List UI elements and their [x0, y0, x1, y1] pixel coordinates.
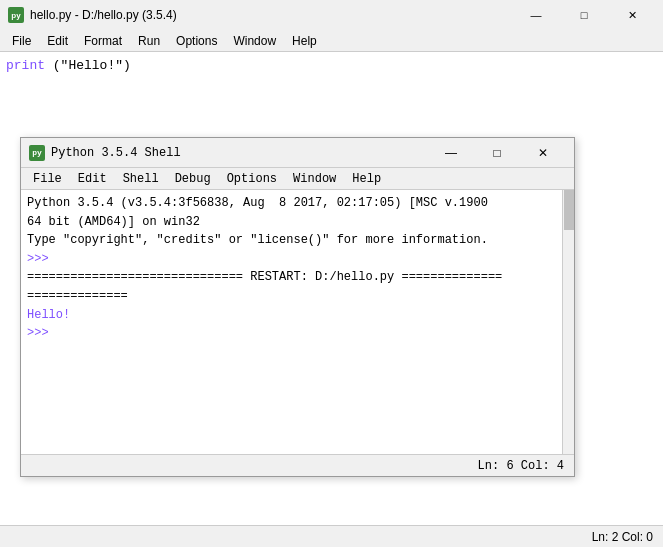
shell-line-8: >>>: [27, 324, 568, 343]
outer-maximize-button[interactable]: □: [561, 5, 607, 25]
shell-menu-window[interactable]: Window: [285, 170, 344, 188]
shell-menu-options[interactable]: Options: [219, 170, 285, 188]
shell-prompt-2: >>>: [27, 326, 56, 340]
outer-title-bar: py hello.py - D:/hello.py (3.5.4) — □ ✕: [0, 0, 663, 30]
outer-menu-file[interactable]: File: [4, 32, 39, 50]
outer-menu-window[interactable]: Window: [225, 32, 284, 50]
shell-line-7: Hello!: [27, 306, 568, 325]
outer-status-text: Ln: 2 Col: 0: [592, 530, 653, 544]
shell-window-icon: py: [29, 145, 45, 161]
outer-menu-help[interactable]: Help: [284, 32, 325, 50]
shell-line-4: >>>: [27, 250, 568, 269]
shell-scrollbar[interactable]: [562, 190, 574, 454]
shell-menu-edit[interactable]: Edit: [70, 170, 115, 188]
outer-close-button[interactable]: ✕: [609, 5, 655, 25]
outer-window-icon: py: [8, 7, 24, 23]
shell-minimize-button[interactable]: —: [428, 142, 474, 164]
shell-menu-bar: File Edit Shell Debug Options Window Hel…: [21, 168, 574, 190]
outer-menu-run[interactable]: Run: [130, 32, 168, 50]
shell-menu-debug[interactable]: Debug: [167, 170, 219, 188]
shell-menu-shell[interactable]: Shell: [115, 170, 167, 188]
shell-menu-help[interactable]: Help: [344, 170, 389, 188]
shell-line-5: ============================== RESTART: …: [27, 268, 568, 287]
keyword-print: print: [6, 58, 45, 73]
shell-line-3: Type "copyright", "credits" or "license(…: [27, 231, 568, 250]
editor-line-1: print ("Hello!"): [6, 56, 657, 76]
shell-scroll-thumb[interactable]: [564, 190, 574, 230]
shell-hello-output: Hello!: [27, 308, 70, 322]
shell-window-controls: — □ ✕: [428, 142, 566, 164]
shell-prompt-1: >>>: [27, 252, 56, 266]
shell-status-bar: Ln: 6 Col: 4: [21, 454, 574, 476]
outer-window-title: hello.py - D:/hello.py (3.5.4): [30, 8, 513, 22]
outer-menu-options[interactable]: Options: [168, 32, 225, 50]
shell-line-6: ==============: [27, 287, 568, 306]
shell-line-2: 64 bit (AMD64)] on win32: [27, 213, 568, 232]
shell-close-button[interactable]: ✕: [520, 142, 566, 164]
shell-maximize-button[interactable]: □: [474, 142, 520, 164]
outer-minimize-button[interactable]: —: [513, 5, 559, 25]
shell-window: py Python 3.5.4 Shell — □ ✕ File Edit Sh…: [20, 137, 575, 477]
shell-status-text: Ln: 6 Col: 4: [478, 459, 564, 473]
shell-menu-file[interactable]: File: [25, 170, 70, 188]
outer-menu-format[interactable]: Format: [76, 32, 130, 50]
outer-window: py hello.py - D:/hello.py (3.5.4) — □ ✕ …: [0, 0, 663, 547]
outer-menu-edit[interactable]: Edit: [39, 32, 76, 50]
shell-window-title: Python 3.5.4 Shell: [51, 146, 428, 160]
outer-status-bar: Ln: 2 Col: 0: [0, 525, 663, 547]
outer-window-controls: — □ ✕: [513, 5, 655, 25]
shell-title-bar: py Python 3.5.4 Shell — □ ✕: [21, 138, 574, 168]
shell-content[interactable]: Python 3.5.4 (v3.5.4:3f56838, Aug 8 2017…: [21, 190, 574, 454]
shell-line-1: Python 3.5.4 (v3.5.4:3f56838, Aug 8 2017…: [27, 194, 568, 213]
outer-menu-bar: File Edit Format Run Options Window Help: [0, 30, 663, 52]
editor-area[interactable]: print ("Hello!") py Python 3.5.4 Shell —…: [0, 52, 663, 525]
